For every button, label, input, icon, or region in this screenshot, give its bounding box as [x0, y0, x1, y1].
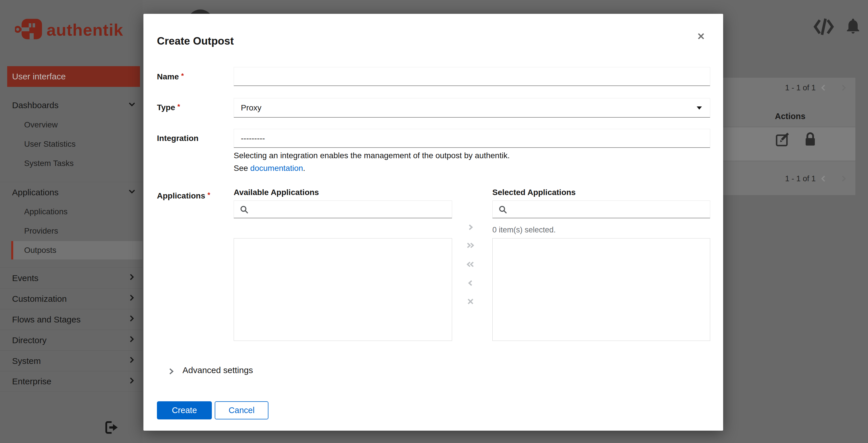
sidebar-item-outposts[interactable]: Outposts [11, 241, 143, 260]
sidebar-group-label: Flows and Stages [12, 315, 81, 324]
type-label-text: Type [157, 103, 175, 112]
required-marker: * [181, 72, 184, 80]
integration-help-see: See documentation. [234, 164, 305, 173]
logo-text: authentik [46, 20, 123, 39]
type-label: Type* [157, 103, 180, 112]
sidebar-item-label: Outposts [24, 246, 56, 255]
sidebar-group-applications[interactable]: Applications [0, 182, 143, 203]
integration-label: Integration [157, 134, 198, 143]
transfer-clear-button[interactable] [465, 296, 476, 307]
chevron-right-icon [128, 314, 136, 325]
name-label: Name* [157, 72, 184, 81]
bell-icon[interactable] [844, 16, 862, 37]
create-button[interactable]: Create [157, 401, 212, 419]
sidebar-item-user-statistics[interactable]: User Statistics [0, 134, 143, 154]
sidebar-item-label: Overview [24, 120, 58, 129]
name-input[interactable] [234, 67, 710, 86]
help-see-text: See [234, 164, 250, 173]
sidebar-item-label: System Tasks [24, 159, 73, 168]
required-marker: * [177, 103, 180, 111]
chevron-right-icon [128, 335, 136, 346]
chevron-right-icon [128, 356, 136, 366]
transfer-remove-button[interactable] [465, 278, 476, 288]
sidebar-group-label: Dashboards [12, 100, 59, 110]
selected-applications-list[interactable] [492, 238, 710, 341]
edit-icon[interactable] [775, 132, 790, 148]
select-caret-icon [697, 107, 702, 110]
selected-applications-title: Selected Applications [492, 188, 576, 197]
available-applications-list[interactable] [234, 238, 452, 341]
sidebar-group-dashboards[interactable]: Dashboards [0, 95, 143, 116]
logo-key-icon [15, 18, 42, 42]
integration-help-text: Selecting an integration enables the man… [234, 151, 509, 160]
pagination-next-icon[interactable] [839, 83, 848, 93]
sidebar-group-events[interactable]: Events [0, 268, 143, 288]
advanced-chevron-icon[interactable] [168, 367, 175, 377]
sidebar-group-customization[interactable]: Customization [0, 288, 143, 309]
actions-column-header: Actions [775, 112, 805, 121]
cancel-button[interactable]: Cancel [215, 401, 269, 419]
help-dot: . [303, 164, 305, 173]
sidebar-group-label: Directory [12, 335, 46, 345]
pagination-prev-icon[interactable] [819, 83, 828, 93]
sidebar-group-directory[interactable]: Directory [0, 330, 143, 350]
sidebar-group-label: Events [12, 273, 38, 283]
sidebar-item-label: Applications [24, 207, 67, 216]
name-label-text: Name [157, 72, 179, 81]
transfer-remove-all-button[interactable] [465, 259, 476, 269]
app-logo: authentik [15, 17, 123, 42]
sidebar-group-flows-and-stages[interactable]: Flows and Stages [0, 309, 143, 330]
transfer-add-all-button[interactable] [465, 240, 476, 250]
screen: 1 - 1 of 1 Actions 1 - 1 of 1 [0, 0, 868, 443]
pagination-bottom-label: 1 - 1 of 1 [770, 174, 816, 183]
sidebar-item-user-interface[interactable]: User interface [7, 66, 140, 87]
chevron-down-icon [128, 100, 136, 111]
documentation-link[interactable]: documentation [250, 164, 303, 173]
sidebar-group-enterprise[interactable]: Enterprise [0, 371, 143, 392]
logout-icon[interactable] [103, 419, 119, 437]
chevron-right-icon [128, 273, 136, 283]
transfer-add-button[interactable] [465, 222, 476, 232]
selected-count: 0 item(s) selected. [492, 226, 556, 234]
chevron-right-icon [128, 376, 136, 387]
available-applications-title: Available Applications [234, 188, 319, 197]
type-select-value: Proxy [241, 103, 261, 113]
selected-search-input[interactable] [511, 202, 699, 217]
create-outpost-modal: Create Outpost Name* Type* Proxy Integra… [144, 14, 723, 431]
advanced-settings-toggle[interactable]: Advanced settings [183, 365, 253, 375]
required-marker: * [208, 191, 210, 199]
available-search-input[interactable] [252, 202, 440, 217]
sidebar-item-label: User interface [12, 71, 66, 81]
chevron-down-icon [128, 187, 136, 198]
modal-title: Create Outpost [157, 35, 234, 47]
api-code-icon[interactable] [813, 18, 835, 37]
applications-label: Applications* [157, 191, 210, 201]
sidebar-item-label: User Statistics [24, 140, 75, 149]
type-select[interactable]: Proxy [234, 98, 710, 118]
close-icon[interactable] [695, 30, 707, 42]
sidebar-group-label: System [12, 356, 41, 366]
available-search [234, 201, 452, 218]
sidebar-group-system[interactable]: System [0, 350, 143, 371]
selected-search [492, 201, 710, 218]
search-icon [498, 205, 507, 215]
sidebar-group-label: Customization [12, 294, 67, 304]
sidebar-item-applications[interactable]: Applications [0, 202, 143, 221]
applications-label-text: Applications [157, 191, 205, 200]
sidebar-group-label: Enterprise [12, 377, 52, 386]
search-icon [240, 205, 249, 215]
pagination-prev-icon[interactable] [819, 174, 828, 184]
sidebar-item-providers[interactable]: Providers [0, 221, 143, 240]
integration-select[interactable] [234, 129, 710, 148]
lock-icon[interactable] [804, 132, 817, 148]
sidebar-item-system-tasks[interactable]: System Tasks [0, 154, 143, 173]
pagination-next-icon[interactable] [839, 174, 848, 184]
chevron-right-icon [128, 293, 136, 304]
sidebar-item-overview[interactable]: Overview [0, 115, 143, 134]
sidebar-group-label: Applications [12, 187, 59, 197]
pagination-top-label: 1 - 1 of 1 [770, 83, 816, 92]
sidebar-item-label: Providers [24, 227, 58, 236]
sidebar: authentik User interface Dashboards Over… [0, 0, 143, 443]
